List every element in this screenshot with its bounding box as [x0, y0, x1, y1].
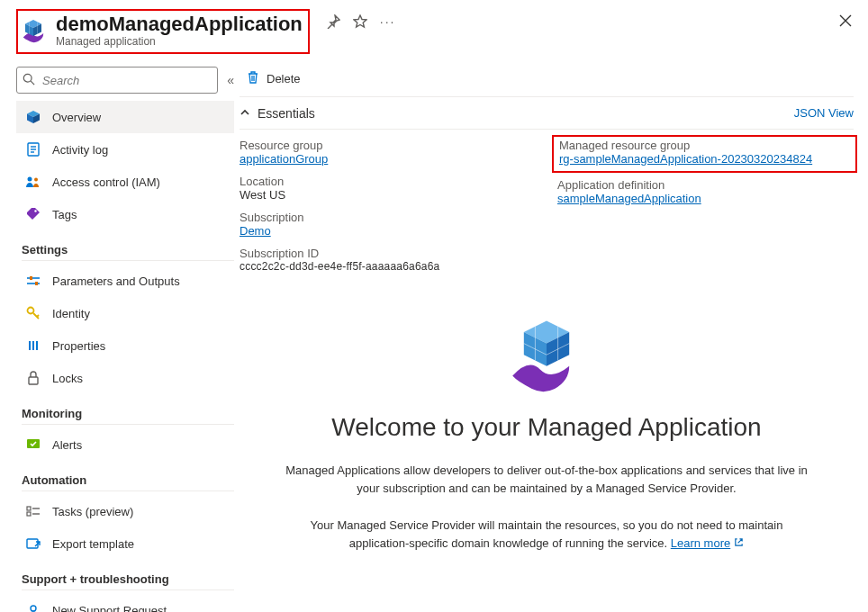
svg-rect-28: [27, 512, 31, 516]
svg-rect-27: [27, 507, 31, 510]
section-settings: Settings: [22, 243, 234, 261]
sidebar-item-tasks[interactable]: Tasks (preview): [16, 495, 234, 527]
welcome-paragraph-1: Managed Applications allow developers to…: [285, 462, 808, 497]
svg-point-33: [31, 606, 36, 611]
sliders-icon: [25, 275, 41, 286]
sidebar-item-label: Access control (IAM): [52, 176, 160, 189]
sidebar-item-parameters-outputs[interactable]: Parameters and Outputs: [16, 265, 234, 297]
managed-app-large-icon: [506, 316, 587, 397]
welcome-paragraph-2: Your Managed Service Provider will maint…: [285, 517, 808, 552]
sidebar-item-label: Export template: [52, 537, 134, 551]
sidebar-search-input[interactable]: [16, 67, 218, 94]
external-link-icon: [734, 535, 744, 553]
export-icon: [25, 537, 41, 550]
svg-point-21: [28, 308, 34, 314]
sidebar-item-alerts[interactable]: Alerts: [16, 428, 234, 461]
sidebar-item-label: Tags: [52, 208, 77, 221]
lock-icon: [25, 371, 41, 385]
essentials-toggle[interactable]: Essentials: [240, 106, 315, 121]
sidebar-item-label: Tasks (preview): [52, 505, 133, 518]
sidebar-item-label: Activity log: [52, 143, 108, 157]
resource-group-label: Resource group: [240, 139, 536, 152]
sidebar-item-access-control[interactable]: Access control (IAM): [16, 166, 234, 198]
svg-point-14: [28, 177, 32, 182]
section-support: Support + troubleshooting: [22, 572, 234, 590]
tag-icon: [25, 207, 41, 221]
svg-line-6: [31, 81, 34, 85]
svg-point-15: [34, 178, 38, 182]
pin-button[interactable]: [326, 14, 340, 29]
page-title: demoManagedApplication: [56, 13, 303, 35]
delete-label: Delete: [267, 72, 301, 86]
app-definition-label: Application definition: [557, 178, 854, 192]
favorite-button[interactable]: [353, 14, 367, 29]
main-content: Delete Essentials JSON View Resource gro…: [234, 61, 868, 612]
trash-icon: [247, 70, 259, 87]
subscription-label: Subscription: [240, 211, 536, 224]
sidebar-item-label: Alerts: [52, 438, 82, 452]
sidebar-item-activity-log[interactable]: Activity log: [16, 133, 234, 166]
svg-point-5: [23, 74, 32, 82]
sidebar-item-properties[interactable]: Properties: [16, 329, 234, 362]
sidebar-item-identity[interactable]: Identity: [16, 297, 234, 329]
svg-rect-25: [29, 377, 38, 384]
log-icon: [25, 142, 41, 157]
svg-rect-31: [27, 539, 38, 548]
alert-icon: [25, 438, 41, 451]
sidebar-item-label: Parameters and Outputs: [52, 274, 180, 288]
managed-rg-link[interactable]: rg-sampleManagedApplication-202303202348…: [559, 152, 812, 166]
svg-rect-20: [35, 282, 38, 285]
people-icon: [25, 176, 41, 188]
subscription-link[interactable]: Demo: [240, 224, 271, 238]
section-automation: Automation: [22, 473, 234, 491]
learn-more-label: Learn more: [671, 535, 730, 553]
managed-rg-label: Managed resource group: [559, 139, 850, 152]
location-label: Location: [240, 175, 536, 188]
key-icon: [25, 306, 41, 320]
support-icon: [25, 603, 41, 612]
cube-icon: [25, 110, 41, 124]
welcome-section: Welcome to your Managed Application Mana…: [240, 285, 854, 552]
page-subtitle: Managed application: [56, 36, 303, 49]
managed-app-icon: [20, 17, 47, 44]
chevron-up-icon: [240, 106, 250, 121]
page-header: demoManagedApplication Managed applicati…: [0, 0, 868, 61]
tasks-icon: [25, 505, 41, 518]
sidebar-item-new-support-request[interactable]: New Support Request: [16, 594, 234, 612]
essentials-title: Essentials: [258, 106, 315, 121]
sidebar-item-label: Properties: [52, 339, 105, 353]
location-value: West US: [240, 188, 536, 202]
section-monitoring: Monitoring: [22, 407, 234, 425]
sidebar-item-label: Locks: [52, 372, 83, 385]
title-block: demoManagedApplication Managed applicati…: [16, 9, 310, 54]
close-button[interactable]: [839, 14, 852, 30]
json-view-link[interactable]: JSON View: [794, 106, 854, 120]
delete-button[interactable]: Delete: [240, 70, 308, 87]
learn-more-link[interactable]: Learn more: [671, 535, 744, 553]
subscription-id-value: cccc2c2c-dd3d-ee4e-ff5f-aaaaaa6a6a6a: [240, 260, 536, 273]
welcome-title: Welcome to your Managed Application: [258, 413, 836, 442]
search-icon: [23, 73, 35, 89]
sidebar-item-tags[interactable]: Tags: [16, 198, 234, 230]
sidebar-item-locks[interactable]: Locks: [16, 362, 234, 394]
app-definition-link[interactable]: sampleManagedApplication: [557, 192, 701, 205]
collapse-sidebar-button[interactable]: «: [227, 73, 234, 87]
sidebar-item-overview[interactable]: Overview: [16, 101, 234, 133]
sidebar-item-label: Identity: [52, 307, 90, 320]
sidebar: « Overview Activity log Access control (…: [0, 61, 234, 612]
svg-rect-19: [30, 276, 32, 280]
subscription-id-label: Subscription ID: [240, 247, 536, 260]
sidebar-item-label: New Support Request: [52, 604, 167, 612]
sidebar-item-export-template[interactable]: Export template: [16, 527, 234, 560]
resource-group-link[interactable]: applicationGroup: [240, 152, 328, 166]
properties-icon: [25, 339, 41, 352]
sidebar-item-label: Overview: [52, 111, 101, 124]
essentials-panel: Resource group applicationGroup Location…: [240, 130, 854, 285]
svg-point-16: [34, 210, 36, 212]
more-button[interactable]: ···: [380, 14, 396, 29]
command-bar: Delete: [240, 61, 854, 97]
